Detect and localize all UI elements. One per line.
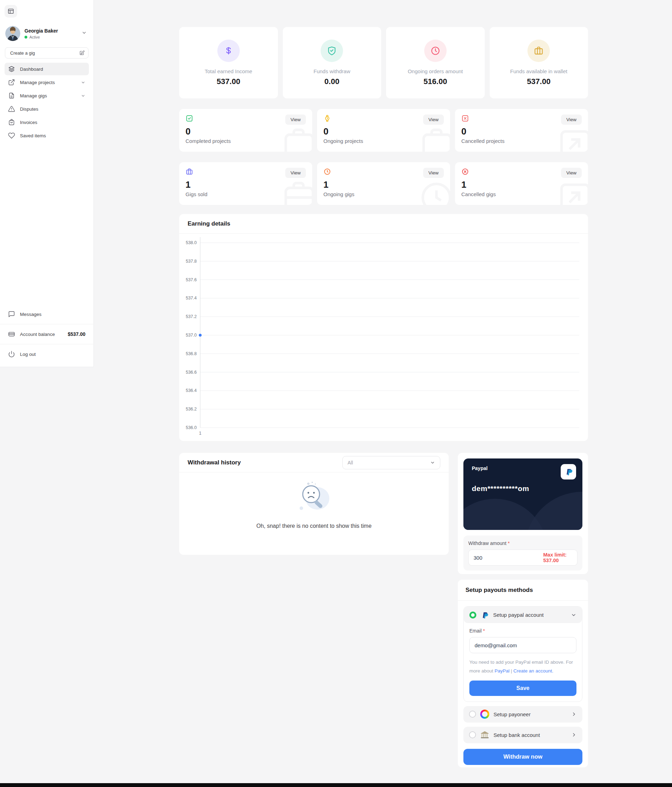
chevron-right-icon xyxy=(571,711,577,717)
card-gigs-sold: View 1 Gigs sold xyxy=(179,162,312,205)
sidebar-item-label: Account balance xyxy=(20,332,55,337)
svg-text:537.0: 537.0 xyxy=(186,333,197,338)
profile-status: Active xyxy=(29,35,40,39)
view-button[interactable]: View xyxy=(561,115,582,125)
clock-icon xyxy=(424,40,446,62)
svg-text:537.2: 537.2 xyxy=(186,314,197,319)
heart-icon xyxy=(8,132,15,139)
view-button[interactable]: View xyxy=(285,115,306,125)
setup-bank-label: Setup bank account xyxy=(494,732,540,738)
stat-card-ongoing-orders: Ongoing orders amount 516.00 xyxy=(386,27,485,98)
payoneer-radio[interactable] xyxy=(469,711,476,717)
paypal-masked-email: dem**********om xyxy=(472,484,574,493)
profile-menu[interactable]: Georgia Baker Active xyxy=(5,26,88,41)
card-ongoing-projects: View 0 Ongoing projects xyxy=(317,109,450,152)
card-label: Cancelled projects xyxy=(461,138,582,144)
card-cancelled-gigs: View 1 Cancelled gigs xyxy=(455,162,588,205)
setup-payoneer-row[interactable]: Setup payoneer xyxy=(464,706,582,722)
svg-text:538.0: 538.0 xyxy=(186,240,197,245)
paypal-radio[interactable] xyxy=(469,612,476,618)
paypal-link[interactable]: PayPal xyxy=(495,668,510,673)
briefcase-icon xyxy=(527,40,550,62)
sidebar-item-manage-projects[interactable]: Manage projects xyxy=(5,76,89,88)
sidebar-item-label: Dashboard xyxy=(20,66,43,72)
projects-cards-row: View 0 Completed projects View 0 Ongoing… xyxy=(179,109,588,152)
stat-card-funds-withdraw: Funds withdraw 0.00 xyxy=(283,27,382,98)
sidebar-item-messages[interactable]: Messages xyxy=(5,308,89,321)
max-limit-text: Max limit: 537.00 xyxy=(543,552,572,563)
create-gig-label: Create a gig xyxy=(10,51,35,56)
stat-label: Total earned Income xyxy=(205,68,252,74)
sidebar-toggle-button[interactable] xyxy=(5,5,17,17)
svg-text:537.6: 537.6 xyxy=(186,277,197,282)
setup-payouts-card: Setup payouts methods Setup paypal accou… xyxy=(458,580,588,767)
earning-details-title: Earning details xyxy=(188,220,230,227)
chevron-down-icon xyxy=(81,80,85,85)
shield-check-icon xyxy=(320,40,343,62)
create-gig-button[interactable]: Create a gig xyxy=(5,47,88,58)
sidebar: Georgia Baker Active Create a gig Dashbo… xyxy=(0,0,94,367)
payoneer-logo-icon xyxy=(480,710,489,719)
avatar xyxy=(5,26,20,41)
withdraw-amount-label: Withdraw amount * xyxy=(468,540,577,546)
power-icon xyxy=(8,351,15,357)
bank-radio[interactable] xyxy=(469,731,476,738)
clock-icon xyxy=(323,168,331,175)
setup-bank-row[interactable]: Setup bank account xyxy=(464,727,582,743)
view-button[interactable]: View xyxy=(423,115,444,125)
sidebar-item-label: Disputes xyxy=(20,106,38,112)
stat-value: 0.00 xyxy=(325,77,339,86)
chat-bubble-icon xyxy=(8,311,15,318)
sidebar-item-label: Saved items xyxy=(20,133,46,138)
paypal-card-brand: Paypal xyxy=(472,465,574,471)
save-button[interactable]: Save xyxy=(469,681,576,696)
svg-text:537.4: 537.4 xyxy=(186,296,197,300)
card-value: 1 xyxy=(186,180,306,189)
card-label: Completed projects xyxy=(186,138,306,144)
view-button[interactable]: View xyxy=(285,168,306,178)
sidebar-item-saved-items[interactable]: Saved items xyxy=(5,129,89,142)
layers-icon xyxy=(8,65,15,73)
sidebar-item-dashboard[interactable]: Dashboard xyxy=(5,63,89,75)
stat-card-total-earned: Total earned Income 537.00 xyxy=(179,27,278,98)
card-completed-projects: View 0 Completed projects xyxy=(179,109,312,152)
sidebar-item-manage-gigs[interactable]: Manage gigs xyxy=(5,89,89,102)
view-button[interactable]: View xyxy=(561,168,582,178)
account-balance-value: $537.00 xyxy=(68,331,85,337)
sidebar-item-logout[interactable]: Log out xyxy=(5,348,89,360)
view-button[interactable]: View xyxy=(423,168,444,178)
sidebar-item-invoices[interactable]: Invoices xyxy=(5,116,89,128)
stat-value: 537.00 xyxy=(217,77,240,86)
paypal-logo-icon xyxy=(561,464,576,479)
empty-state-illustration xyxy=(293,480,335,514)
withdrawal-history-title: Withdrawal history xyxy=(188,459,241,466)
stat-label: Funds withdraw xyxy=(314,68,350,74)
circle-x-icon xyxy=(461,168,469,175)
chevron-right-icon xyxy=(571,732,577,738)
svg-text:536.4: 536.4 xyxy=(186,388,197,393)
paypal-email-input[interactable] xyxy=(469,637,576,653)
create-account-link[interactable]: Create an account. xyxy=(513,668,553,673)
withdraw-amount-input[interactable] xyxy=(473,555,543,561)
withdraw-card: Paypal dem**********om Withdraw amount * xyxy=(458,453,588,574)
empty-state-text: Oh, snap! there is no content to show th… xyxy=(256,523,371,529)
withdrawal-filter-select[interactable]: All xyxy=(342,456,440,469)
setup-paypal-row[interactable]: Setup paypal account xyxy=(464,607,582,623)
withdraw-now-button[interactable]: Withdraw now xyxy=(464,749,582,765)
dollar-icon xyxy=(217,40,240,62)
document-icon xyxy=(8,92,15,99)
square-x-icon xyxy=(461,115,469,122)
panel-layout-icon xyxy=(7,8,14,15)
card-label: Gigs sold xyxy=(186,191,306,197)
alert-triangle-icon xyxy=(8,106,15,112)
sidebar-item-disputes[interactable]: Disputes xyxy=(5,103,89,115)
card-ongoing-gigs: View 1 Ongoing gigs xyxy=(317,162,450,205)
paypal-note: You need to add your PayPal email ID abo… xyxy=(469,658,576,676)
card-cancelled-projects: View 0 Cancelled projects xyxy=(455,109,588,152)
sidebar-item-label: Log out xyxy=(20,352,36,357)
stat-value: 516.00 xyxy=(423,77,447,86)
profile-name: Georgia Baker xyxy=(25,28,58,34)
sidebar-item-label: Invoices xyxy=(20,120,38,125)
sidebar-item-account-balance[interactable]: Account balance $537.00 xyxy=(5,328,89,340)
required-asterisk: * xyxy=(508,540,510,546)
